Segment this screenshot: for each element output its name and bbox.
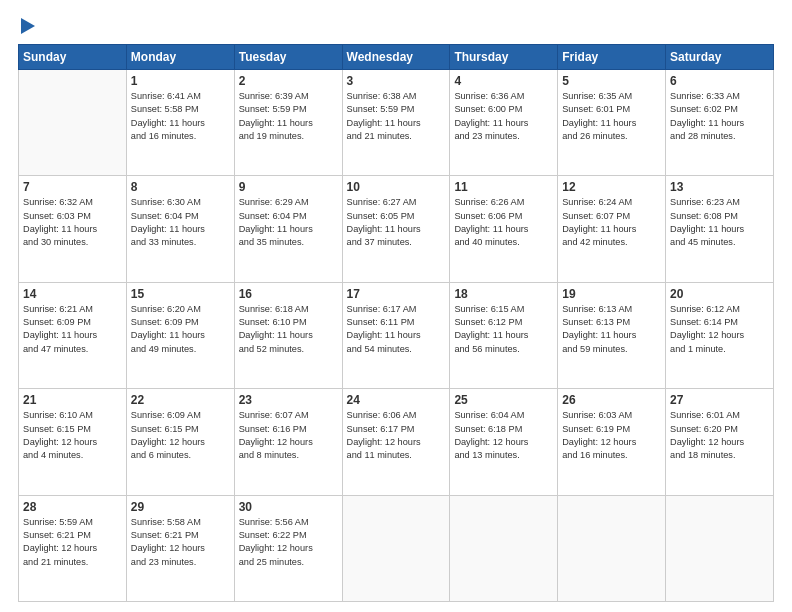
day-cell: 24Sunrise: 6:06 AM Sunset: 6:17 PM Dayli…	[342, 389, 450, 495]
day-cell: 18Sunrise: 6:15 AM Sunset: 6:12 PM Dayli…	[450, 282, 558, 388]
day-number: 6	[670, 74, 769, 88]
day-cell: 16Sunrise: 6:18 AM Sunset: 6:10 PM Dayli…	[234, 282, 342, 388]
day-info: Sunrise: 6:30 AM Sunset: 6:04 PM Dayligh…	[131, 196, 230, 249]
calendar-table: SundayMondayTuesdayWednesdayThursdayFrid…	[18, 44, 774, 602]
day-cell: 7Sunrise: 6:32 AM Sunset: 6:03 PM Daylig…	[19, 176, 127, 282]
week-row-1: 1Sunrise: 6:41 AM Sunset: 5:58 PM Daylig…	[19, 70, 774, 176]
day-info: Sunrise: 5:58 AM Sunset: 6:21 PM Dayligh…	[131, 516, 230, 569]
day-cell: 21Sunrise: 6:10 AM Sunset: 6:15 PM Dayli…	[19, 389, 127, 495]
day-number: 8	[131, 180, 230, 194]
day-info: Sunrise: 6:03 AM Sunset: 6:19 PM Dayligh…	[562, 409, 661, 462]
day-number: 29	[131, 500, 230, 514]
day-info: Sunrise: 6:09 AM Sunset: 6:15 PM Dayligh…	[131, 409, 230, 462]
day-cell: 23Sunrise: 6:07 AM Sunset: 6:16 PM Dayli…	[234, 389, 342, 495]
page: SundayMondayTuesdayWednesdayThursdayFrid…	[0, 0, 792, 612]
day-cell: 5Sunrise: 6:35 AM Sunset: 6:01 PM Daylig…	[558, 70, 666, 176]
day-cell: 11Sunrise: 6:26 AM Sunset: 6:06 PM Dayli…	[450, 176, 558, 282]
day-info: Sunrise: 6:39 AM Sunset: 5:59 PM Dayligh…	[239, 90, 338, 143]
day-info: Sunrise: 6:24 AM Sunset: 6:07 PM Dayligh…	[562, 196, 661, 249]
day-info: Sunrise: 6:20 AM Sunset: 6:09 PM Dayligh…	[131, 303, 230, 356]
day-info: Sunrise: 6:27 AM Sunset: 6:05 PM Dayligh…	[347, 196, 446, 249]
day-number: 21	[23, 393, 122, 407]
column-header-wednesday: Wednesday	[342, 45, 450, 70]
day-info: Sunrise: 6:18 AM Sunset: 6:10 PM Dayligh…	[239, 303, 338, 356]
column-header-sunday: Sunday	[19, 45, 127, 70]
day-cell: 3Sunrise: 6:38 AM Sunset: 5:59 PM Daylig…	[342, 70, 450, 176]
column-header-tuesday: Tuesday	[234, 45, 342, 70]
day-cell	[450, 495, 558, 601]
logo-arrow-icon	[21, 18, 35, 34]
day-number: 27	[670, 393, 769, 407]
day-info: Sunrise: 5:59 AM Sunset: 6:21 PM Dayligh…	[23, 516, 122, 569]
week-row-3: 14Sunrise: 6:21 AM Sunset: 6:09 PM Dayli…	[19, 282, 774, 388]
calendar-header-row: SundayMondayTuesdayWednesdayThursdayFrid…	[19, 45, 774, 70]
day-info: Sunrise: 6:33 AM Sunset: 6:02 PM Dayligh…	[670, 90, 769, 143]
day-number: 2	[239, 74, 338, 88]
day-cell: 1Sunrise: 6:41 AM Sunset: 5:58 PM Daylig…	[126, 70, 234, 176]
day-info: Sunrise: 5:56 AM Sunset: 6:22 PM Dayligh…	[239, 516, 338, 569]
day-info: Sunrise: 6:32 AM Sunset: 6:03 PM Dayligh…	[23, 196, 122, 249]
day-cell: 4Sunrise: 6:36 AM Sunset: 6:00 PM Daylig…	[450, 70, 558, 176]
day-info: Sunrise: 6:38 AM Sunset: 5:59 PM Dayligh…	[347, 90, 446, 143]
day-number: 30	[239, 500, 338, 514]
day-number: 5	[562, 74, 661, 88]
day-cell	[558, 495, 666, 601]
week-row-2: 7Sunrise: 6:32 AM Sunset: 6:03 PM Daylig…	[19, 176, 774, 282]
column-header-saturday: Saturday	[666, 45, 774, 70]
day-info: Sunrise: 6:13 AM Sunset: 6:13 PM Dayligh…	[562, 303, 661, 356]
day-cell: 27Sunrise: 6:01 AM Sunset: 6:20 PM Dayli…	[666, 389, 774, 495]
week-row-4: 21Sunrise: 6:10 AM Sunset: 6:15 PM Dayli…	[19, 389, 774, 495]
day-info: Sunrise: 6:15 AM Sunset: 6:12 PM Dayligh…	[454, 303, 553, 356]
day-number: 16	[239, 287, 338, 301]
day-info: Sunrise: 6:10 AM Sunset: 6:15 PM Dayligh…	[23, 409, 122, 462]
day-cell: 15Sunrise: 6:20 AM Sunset: 6:09 PM Dayli…	[126, 282, 234, 388]
day-number: 20	[670, 287, 769, 301]
day-cell: 8Sunrise: 6:30 AM Sunset: 6:04 PM Daylig…	[126, 176, 234, 282]
day-cell	[19, 70, 127, 176]
day-number: 28	[23, 500, 122, 514]
day-cell: 20Sunrise: 6:12 AM Sunset: 6:14 PM Dayli…	[666, 282, 774, 388]
day-number: 19	[562, 287, 661, 301]
week-row-5: 28Sunrise: 5:59 AM Sunset: 6:21 PM Dayli…	[19, 495, 774, 601]
day-cell: 19Sunrise: 6:13 AM Sunset: 6:13 PM Dayli…	[558, 282, 666, 388]
day-info: Sunrise: 6:26 AM Sunset: 6:06 PM Dayligh…	[454, 196, 553, 249]
column-header-friday: Friday	[558, 45, 666, 70]
day-number: 10	[347, 180, 446, 194]
day-number: 26	[562, 393, 661, 407]
day-cell: 28Sunrise: 5:59 AM Sunset: 6:21 PM Dayli…	[19, 495, 127, 601]
day-number: 3	[347, 74, 446, 88]
day-cell: 30Sunrise: 5:56 AM Sunset: 6:22 PM Dayli…	[234, 495, 342, 601]
day-cell: 10Sunrise: 6:27 AM Sunset: 6:05 PM Dayli…	[342, 176, 450, 282]
day-info: Sunrise: 6:29 AM Sunset: 6:04 PM Dayligh…	[239, 196, 338, 249]
day-number: 9	[239, 180, 338, 194]
day-info: Sunrise: 6:23 AM Sunset: 6:08 PM Dayligh…	[670, 196, 769, 249]
day-number: 11	[454, 180, 553, 194]
day-info: Sunrise: 6:41 AM Sunset: 5:58 PM Dayligh…	[131, 90, 230, 143]
day-number: 7	[23, 180, 122, 194]
day-info: Sunrise: 6:01 AM Sunset: 6:20 PM Dayligh…	[670, 409, 769, 462]
day-cell: 12Sunrise: 6:24 AM Sunset: 6:07 PM Dayli…	[558, 176, 666, 282]
day-cell: 9Sunrise: 6:29 AM Sunset: 6:04 PM Daylig…	[234, 176, 342, 282]
day-number: 22	[131, 393, 230, 407]
day-info: Sunrise: 6:17 AM Sunset: 6:11 PM Dayligh…	[347, 303, 446, 356]
header	[18, 18, 774, 34]
day-cell: 25Sunrise: 6:04 AM Sunset: 6:18 PM Dayli…	[450, 389, 558, 495]
day-cell: 13Sunrise: 6:23 AM Sunset: 6:08 PM Dayli…	[666, 176, 774, 282]
day-number: 23	[239, 393, 338, 407]
day-number: 14	[23, 287, 122, 301]
day-info: Sunrise: 6:36 AM Sunset: 6:00 PM Dayligh…	[454, 90, 553, 143]
day-info: Sunrise: 6:35 AM Sunset: 6:01 PM Dayligh…	[562, 90, 661, 143]
logo	[18, 18, 35, 34]
day-number: 13	[670, 180, 769, 194]
day-cell: 26Sunrise: 6:03 AM Sunset: 6:19 PM Dayli…	[558, 389, 666, 495]
day-info: Sunrise: 6:12 AM Sunset: 6:14 PM Dayligh…	[670, 303, 769, 356]
day-info: Sunrise: 6:06 AM Sunset: 6:17 PM Dayligh…	[347, 409, 446, 462]
day-info: Sunrise: 6:21 AM Sunset: 6:09 PM Dayligh…	[23, 303, 122, 356]
day-cell: 14Sunrise: 6:21 AM Sunset: 6:09 PM Dayli…	[19, 282, 127, 388]
column-header-thursday: Thursday	[450, 45, 558, 70]
day-cell	[666, 495, 774, 601]
day-number: 12	[562, 180, 661, 194]
day-info: Sunrise: 6:04 AM Sunset: 6:18 PM Dayligh…	[454, 409, 553, 462]
day-cell: 2Sunrise: 6:39 AM Sunset: 5:59 PM Daylig…	[234, 70, 342, 176]
day-cell: 17Sunrise: 6:17 AM Sunset: 6:11 PM Dayli…	[342, 282, 450, 388]
